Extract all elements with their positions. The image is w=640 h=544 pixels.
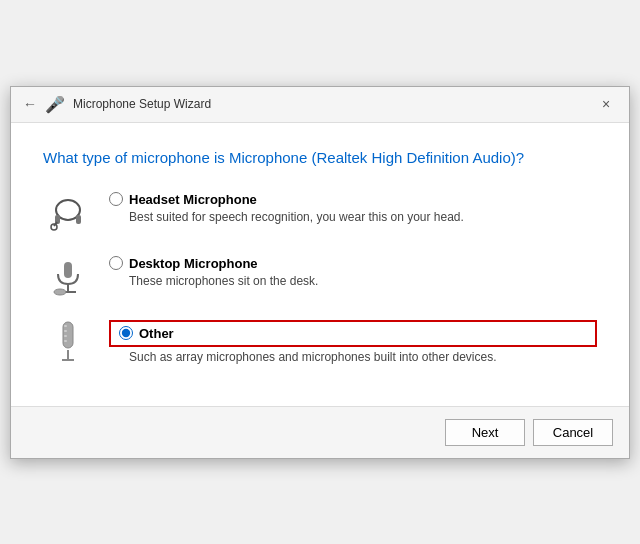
desktop-radio-label[interactable]: Desktop Microphone bbox=[109, 256, 597, 271]
other-option-title: Other bbox=[139, 326, 174, 341]
svg-point-8 bbox=[54, 289, 66, 295]
back-button[interactable]: ← bbox=[23, 96, 37, 112]
desktop-option-desc: These microphones sit on the desk. bbox=[129, 274, 597, 288]
headset-option-title: Headset Microphone bbox=[129, 192, 257, 207]
headset-icon bbox=[43, 192, 93, 236]
option-desktop-row: Desktop Microphone These microphones sit… bbox=[43, 256, 597, 300]
desktop-radio[interactable] bbox=[109, 256, 123, 270]
dialog-content: What type of microphone is Microphone (R… bbox=[11, 123, 629, 406]
svg-rect-15 bbox=[64, 340, 67, 342]
next-button[interactable]: Next bbox=[445, 419, 525, 446]
svg-rect-14 bbox=[64, 335, 67, 337]
cancel-button[interactable]: Cancel bbox=[533, 419, 613, 446]
svg-rect-13 bbox=[64, 330, 67, 332]
close-button[interactable]: × bbox=[595, 93, 617, 115]
other-option-desc: Such as array microphones and microphone… bbox=[129, 350, 597, 364]
option-headset-row: Headset Microphone Best suited for speec… bbox=[43, 192, 597, 236]
headset-radio[interactable] bbox=[109, 192, 123, 206]
headset-option-content: Headset Microphone Best suited for speec… bbox=[109, 192, 597, 224]
headset-option-desc: Best suited for speech recognition, you … bbox=[129, 210, 597, 224]
dialog-title: Microphone Setup Wizard bbox=[73, 97, 211, 111]
question-text: What type of microphone is Microphone (R… bbox=[43, 147, 597, 168]
other-radio[interactable] bbox=[119, 326, 133, 340]
other-option-content: Other Such as array microphones and micr… bbox=[109, 320, 597, 364]
dialog-window: ← 🎤 Microphone Setup Wizard × What type … bbox=[10, 86, 630, 459]
dialog-footer: Next Cancel bbox=[11, 406, 629, 458]
other-mic-icon bbox=[43, 320, 93, 370]
title-bar: ← 🎤 Microphone Setup Wizard × bbox=[11, 87, 629, 123]
microphone-icon: 🎤 bbox=[45, 95, 65, 114]
desktop-option-content: Desktop Microphone These microphones sit… bbox=[109, 256, 597, 288]
option-other-row: Other Such as array microphones and micr… bbox=[43, 320, 597, 370]
headset-radio-label[interactable]: Headset Microphone bbox=[109, 192, 597, 207]
desktop-mic-icon bbox=[43, 256, 93, 300]
svg-rect-12 bbox=[64, 325, 67, 327]
desktop-option-title: Desktop Microphone bbox=[129, 256, 258, 271]
other-radio-label[interactable]: Other bbox=[109, 320, 597, 347]
svg-rect-2 bbox=[76, 215, 81, 224]
svg-rect-5 bbox=[64, 262, 72, 278]
title-bar-left: ← 🎤 Microphone Setup Wizard bbox=[23, 95, 211, 114]
